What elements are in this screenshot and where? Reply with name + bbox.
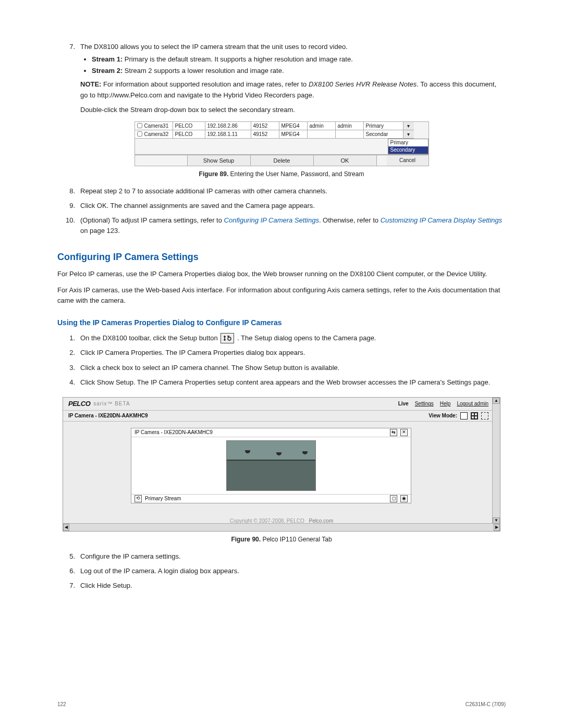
- step-8-number: 8.: [57, 186, 80, 196]
- proc-step-7-text: Click Hide Setup.: [80, 581, 506, 591]
- snapshot-icon[interactable]: ◉: [400, 495, 408, 502]
- step-7-number: 7.: [57, 42, 80, 101]
- nav-logout[interactable]: Logout admin: [457, 401, 488, 406]
- pelco-logo: PELCO: [68, 400, 90, 408]
- panel-settings-icon[interactable]: ⇆: [390, 429, 397, 436]
- row2-stream-dropdown-icon[interactable]: ▾: [403, 130, 414, 139]
- note-doc-title: DX8100 Series HVR Release Notes: [309, 80, 417, 88]
- doc-id: C2631M-C (7/09): [466, 701, 506, 707]
- scroll-right-icon[interactable]: ▶: [494, 524, 500, 531]
- figure-90-title: Pelco IP110 General Tab: [261, 536, 332, 543]
- viewmode-full-icon[interactable]: [481, 412, 488, 419]
- row2-user[interactable]: [307, 130, 335, 139]
- popout-icon[interactable]: ◻: [390, 495, 397, 502]
- figure-90-num: Figure 90.: [231, 536, 261, 543]
- table-row[interactable]: Camera32 PELCO 192.168.1.11 49152 MPEG4 …: [135, 130, 429, 139]
- row2-stream[interactable]: Secondar: [363, 130, 403, 139]
- bullet-stream2-label: Stream 2:: [92, 67, 123, 75]
- row2-name: Camera32: [144, 131, 169, 137]
- figure-90-panel: PELCO sarix™ BETA Live Settings Help Log…: [63, 397, 500, 532]
- row2-make: PELCO: [173, 130, 205, 139]
- brand-tag: sarix™ BETA: [93, 401, 130, 406]
- nav-live[interactable]: Live: [398, 401, 409, 406]
- proc-step-5-number: 5.: [57, 551, 80, 562]
- row1-make: PELCO: [173, 122, 205, 130]
- proc-step-6-number: 6.: [57, 566, 80, 576]
- figure-89-title: Entering the User Name, Password, and St…: [228, 170, 364, 178]
- step-10-number: 10.: [57, 215, 80, 236]
- row1-ip: 192.168.2.86: [205, 122, 251, 130]
- step-10-text-c: on page 123.: [80, 227, 120, 235]
- step-7-text: The DX8100 allows you to select the IP c…: [80, 43, 348, 51]
- step-10-text-a: (Optional) To adjust IP camera settings,…: [80, 216, 224, 224]
- table-row[interactable]: Camera31 PELCO 192.168.2.86 49152 MPEG4 …: [135, 122, 429, 130]
- stream-dropdown-menu[interactable]: Primary Secondary: [388, 139, 429, 154]
- scroll-left-icon[interactable]: ◀: [63, 524, 69, 531]
- row2-checkbox[interactable]: [137, 131, 142, 137]
- video-preview: [226, 440, 316, 491]
- proc-step-1-b: . The Setup dialog opens to the Camera p…: [237, 334, 376, 342]
- figure-89-num: Figure 89.: [199, 170, 229, 178]
- bullet-stream2-text: Stream 2 supports a lower resolution and…: [123, 67, 284, 75]
- note-text-1: For information about supported resoluti…: [101, 80, 308, 88]
- note-label: NOTE:: [80, 80, 101, 88]
- proc-step-5-text: Configure the IP camera settings.: [80, 551, 506, 562]
- step-9-text: Click OK. The channel assignments are sa…: [80, 201, 506, 211]
- video-panel: IP Camera - IXE20DN-AAKMHC9 ⇆ ✕ ⟲ Primar…: [131, 428, 411, 503]
- link-configuring-ip-camera-settings[interactable]: Configuring IP Camera Settings: [224, 216, 319, 224]
- row2-pw[interactable]: [335, 130, 363, 139]
- step-8-text: Repeat step 2 to 7 to associate addition…: [80, 186, 506, 196]
- viewmode-single-icon[interactable]: [460, 412, 468, 419]
- para-pelco: For Pelco IP cameras, use the IP Camera …: [57, 269, 506, 279]
- proc-step-2-text: Click IP Camera Properties. The IP Camer…: [80, 348, 506, 358]
- proc-step-6-text: Log out of the IP camera. A login dialog…: [80, 566, 506, 576]
- proc-step-1-a: On the DX8100 toolbar, click the Setup b…: [80, 334, 219, 342]
- row1-user[interactable]: admin: [307, 122, 335, 130]
- row1-name: Camera31: [144, 123, 169, 129]
- para-axis: For Axis IP cameras, use the Web-based A…: [57, 285, 506, 306]
- row1-port: 49152: [251, 122, 279, 130]
- scroll-up-icon[interactable]: ▲: [493, 398, 500, 404]
- row1-stream[interactable]: Primary: [363, 122, 403, 130]
- figure-89-caption: Figure 89. Entering the User Name, Passw…: [57, 170, 506, 178]
- show-setup-button[interactable]: Show Setup: [188, 155, 251, 166]
- panel-close-icon[interactable]: ✕: [400, 429, 408, 436]
- viewmode-grid-icon[interactable]: [471, 412, 478, 419]
- bullet-stream1-text: Primary is the default stream. It suppor…: [123, 55, 353, 63]
- stream-toggle-icon[interactable]: ⟲: [134, 495, 142, 502]
- brand-area: PELCO sarix™ BETA: [68, 400, 130, 408]
- vertical-scrollbar[interactable]: ▲ ▼: [492, 398, 500, 524]
- stream-label: Primary Stream: [145, 496, 181, 501]
- page-number: 122: [57, 701, 66, 707]
- proc-step-3-number: 3.: [57, 363, 80, 373]
- setup-icon[interactable]: [221, 333, 234, 343]
- proc-step-2-number: 2.: [57, 348, 80, 358]
- delete-button[interactable]: Delete: [251, 155, 314, 166]
- row2-codec: MPEG4: [279, 130, 307, 139]
- row1-stream-dropdown-icon[interactable]: ▾: [403, 122, 414, 130]
- cancel-button[interactable]: Cancel: [387, 155, 429, 166]
- bullet-stream1-label: Stream 1:: [92, 55, 123, 63]
- proc-step-4-text: Click Show Setup. The IP Camera Properti…: [80, 377, 506, 388]
- link-customizing-ip-camera-display-settings[interactable]: Customizing IP Camera Display Settings: [381, 216, 503, 224]
- stream-option-secondary[interactable]: Secondary: [388, 146, 428, 154]
- stream-option-primary[interactable]: Primary: [388, 139, 428, 146]
- nav-settings[interactable]: Settings: [415, 401, 434, 406]
- proc-step-7-number: 7.: [57, 581, 80, 591]
- row1-pw[interactable]: admin: [335, 122, 363, 130]
- bullet-stream1: Stream 1: Primary is the default stream.…: [92, 54, 506, 65]
- proc-step-1-number: 1.: [57, 333, 80, 344]
- ok-button[interactable]: OK: [314, 155, 377, 166]
- viewmode-label: View Mode:: [429, 413, 457, 418]
- nav-help[interactable]: Help: [440, 401, 451, 406]
- row2-port: 49152: [251, 130, 279, 139]
- row1-codec: MPEG4: [279, 122, 307, 130]
- figure-90-caption: Figure 90. Pelco IP110 General Tab: [57, 536, 506, 543]
- horizontal-scrollbar[interactable]: ◀ ▶: [63, 523, 500, 531]
- row1-checkbox[interactable]: [137, 123, 142, 128]
- row2-ip: 192.168.1.11: [205, 130, 251, 139]
- heading-configuring-ip-camera-settings: Configuring IP Camera Settings: [57, 252, 506, 263]
- heading-using-ip-cam-properties: Using the IP Cameras Properties Dialog t…: [57, 318, 506, 327]
- proc-step-3-text: Click a check box to select an IP camera…: [80, 363, 506, 373]
- bullet-stream2: Stream 2: Stream 2 supports a lower reso…: [92, 66, 506, 76]
